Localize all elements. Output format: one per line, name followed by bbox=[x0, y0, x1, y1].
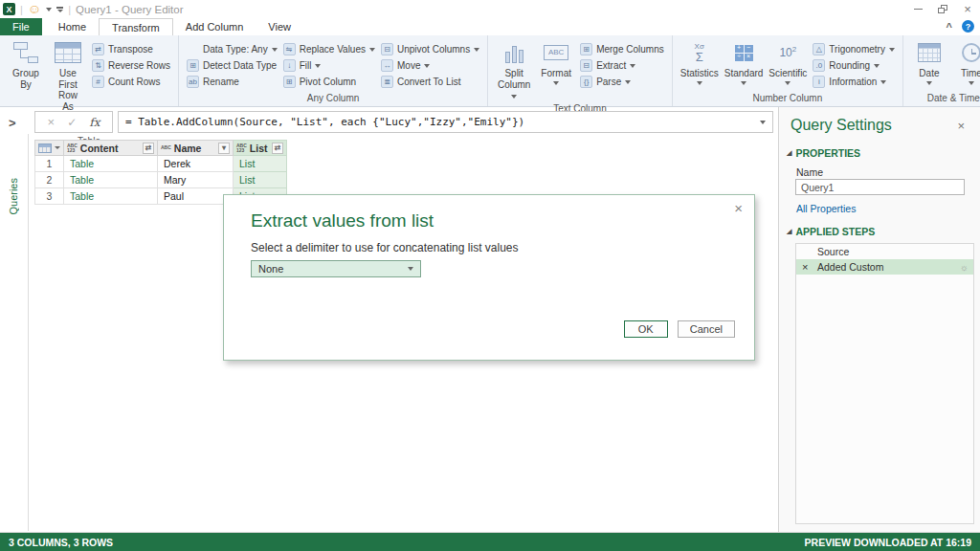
help-icon[interactable]: ? bbox=[962, 20, 974, 33]
query-name-input[interactable] bbox=[795, 179, 965, 195]
table-row[interactable]: 2 Table Mary List bbox=[35, 172, 287, 188]
step-added-custom[interactable]: × Added Custom ☼ bbox=[796, 259, 973, 275]
dropdown-caret bbox=[889, 48, 895, 52]
cell-name[interactable]: Mary bbox=[158, 172, 234, 188]
replace-values-icon: ⇋ bbox=[283, 43, 296, 55]
minimize-button[interactable] bbox=[905, 0, 930, 18]
expand-column-icon[interactable]: ⇄ bbox=[272, 143, 283, 154]
extract-icon: ⊟ bbox=[580, 59, 592, 72]
smiley-dropdown-caret[interactable] bbox=[46, 8, 52, 11]
step-source[interactable]: Source bbox=[796, 244, 973, 259]
tab-home[interactable]: Home bbox=[46, 18, 99, 35]
row-number[interactable]: 3 bbox=[35, 188, 64, 205]
scientific-button[interactable]: 102 Scientific bbox=[766, 38, 810, 86]
cancel-button[interactable]: Cancel bbox=[678, 320, 735, 338]
query-settings-close-icon[interactable]: × bbox=[957, 119, 965, 133]
table-link[interactable]: Table bbox=[70, 174, 94, 186]
all-properties-link[interactable]: All Properties bbox=[796, 203, 856, 214]
close-button[interactable]: × bbox=[955, 0, 980, 18]
table-menu-caret[interactable] bbox=[55, 146, 60, 149]
rounding-button[interactable]: .0 Rounding bbox=[810, 57, 898, 74]
extract-button[interactable]: ⊟ Extract bbox=[577, 57, 667, 74]
reverse-rows-icon: ⇅ bbox=[92, 59, 104, 72]
tab-file[interactable]: File bbox=[0, 18, 42, 35]
formula-check-icon[interactable]: ✓ bbox=[67, 116, 77, 129]
transpose-button[interactable]: ⇄ Transpose bbox=[89, 41, 173, 57]
quick-access-customize-icon[interactable] bbox=[56, 7, 63, 12]
merge-columns-button[interactable]: ⊞ Merge Columns bbox=[577, 41, 667, 57]
trigonometry-button[interactable]: △ Trigonometry bbox=[810, 41, 898, 57]
group-by-button[interactable]: Group By bbox=[5, 38, 47, 91]
tab-transform[interactable]: Transform bbox=[99, 18, 173, 35]
pivot-column-button[interactable]: ⊞ Pivot Column bbox=[280, 74, 378, 90]
ok-button[interactable]: OK bbox=[624, 320, 668, 338]
count-rows-button[interactable]: # Count Rows bbox=[89, 74, 173, 90]
list-link[interactable]: List bbox=[239, 174, 255, 186]
tab-view[interactable]: View bbox=[256, 18, 303, 35]
row-number[interactable]: 2 bbox=[35, 172, 64, 188]
dropdown-caret bbox=[880, 80, 886, 84]
statistics-button[interactable]: ΧσΣ Statistics bbox=[678, 38, 722, 86]
step-settings-gear-icon[interactable]: ☼ bbox=[960, 262, 969, 273]
type-text-icon: ABC bbox=[161, 145, 171, 150]
fx-icon[interactable]: fx bbox=[89, 116, 100, 129]
split-column-button[interactable]: Split Column bbox=[493, 38, 535, 102]
tab-add-column[interactable]: Add Column bbox=[173, 18, 256, 35]
column-header-list[interactable]: ABC123 List ⇄ bbox=[234, 141, 287, 156]
reverse-rows-button[interactable]: ⇅ Reverse Rows bbox=[89, 57, 173, 74]
move-icon: ↔ bbox=[381, 59, 393, 72]
data-type-button[interactable]: Data Type: Any bbox=[184, 41, 280, 57]
cell-content: Table bbox=[64, 172, 158, 188]
dropdown-caret bbox=[424, 64, 430, 68]
unpivot-columns-button[interactable]: ⊟ Unpivot Columns bbox=[378, 41, 482, 57]
fill-button[interactable]: ↓ Fill bbox=[280, 57, 378, 74]
extract-values-dialog: × Extract values from list Select a deli… bbox=[223, 194, 755, 361]
titlebar-separator: | bbox=[68, 4, 71, 15]
queries-pane-collapsed[interactable]: Queries bbox=[0, 134, 29, 531]
dialog-close-icon[interactable]: × bbox=[734, 200, 743, 216]
replace-values-button[interactable]: ⇋ Replace Values bbox=[280, 41, 378, 57]
restore-button[interactable] bbox=[930, 0, 955, 18]
date-button[interactable]: Date bbox=[908, 38, 950, 86]
quick-access-smiley-icon[interactable]: ☺ bbox=[28, 3, 41, 15]
delimiter-dropdown[interactable]: None bbox=[251, 260, 421, 277]
move-button[interactable]: ↔ Move bbox=[378, 57, 482, 74]
properties-section-header[interactable]: ◢ PROPERTIES bbox=[787, 147, 860, 159]
formula-expression: = Table.AddColumn(Source, "List", each {… bbox=[125, 116, 760, 128]
titlebar-separator: | bbox=[20, 4, 23, 15]
formula-cancel-icon[interactable]: × bbox=[48, 115, 56, 129]
applied-steps-section-header[interactable]: ◢ APPLIED STEPS bbox=[787, 226, 875, 237]
table-row[interactable]: 1 Table Derek List bbox=[35, 156, 287, 172]
formula-bar: × ✓ fx = Table.AddColumn(Source, "List",… bbox=[34, 111, 773, 133]
delete-step-icon[interactable]: × bbox=[802, 261, 808, 273]
column-header-name[interactable]: ABC Name ▾ bbox=[158, 141, 234, 156]
standard-button[interactable]: +−÷× Standard bbox=[722, 38, 767, 86]
row-number[interactable]: 1 bbox=[35, 156, 64, 172]
collapse-triangle-icon: ◢ bbox=[787, 149, 791, 157]
dropdown-caret bbox=[969, 81, 974, 85]
cell-name[interactable]: Paul bbox=[158, 188, 234, 205]
table-link[interactable]: Table bbox=[70, 158, 94, 169]
collapse-ribbon-icon[interactable]: ^ bbox=[947, 21, 952, 33]
dropdown-caret bbox=[408, 267, 413, 271]
format-button[interactable]: ABC Format bbox=[535, 38, 577, 86]
table-link[interactable]: Table bbox=[70, 190, 94, 202]
expand-column-icon[interactable]: ⇄ bbox=[143, 143, 154, 154]
excel-app-icon: X bbox=[3, 3, 15, 15]
formula-dropdown-caret[interactable] bbox=[760, 121, 766, 124]
filter-dropdown-icon[interactable]: ▾ bbox=[218, 143, 230, 154]
cell-name[interactable]: Derek bbox=[158, 156, 234, 172]
formula-input[interactable]: = Table.AddColumn(Source, "List", each {… bbox=[118, 111, 773, 133]
list-link[interactable]: List bbox=[239, 158, 255, 169]
convert-to-list-button[interactable]: ≣ Convert To List bbox=[378, 74, 482, 90]
rename-button[interactable]: ab Rename bbox=[184, 74, 280, 90]
information-button[interactable]: i Information bbox=[810, 74, 898, 90]
column-header-content[interactable]: ABC123 Content ⇄ bbox=[64, 141, 158, 156]
select-all-corner[interactable] bbox=[35, 141, 64, 156]
time-button[interactable]: Time bbox=[950, 38, 980, 86]
dropdown-caret bbox=[272, 48, 278, 52]
parse-button[interactable]: {} Parse bbox=[577, 74, 667, 90]
expand-queries-pane-icon[interactable]: > bbox=[9, 116, 16, 130]
detect-data-type-button[interactable]: ⊞ Detect Data Type bbox=[184, 57, 280, 74]
dropdown-caret bbox=[741, 81, 746, 85]
